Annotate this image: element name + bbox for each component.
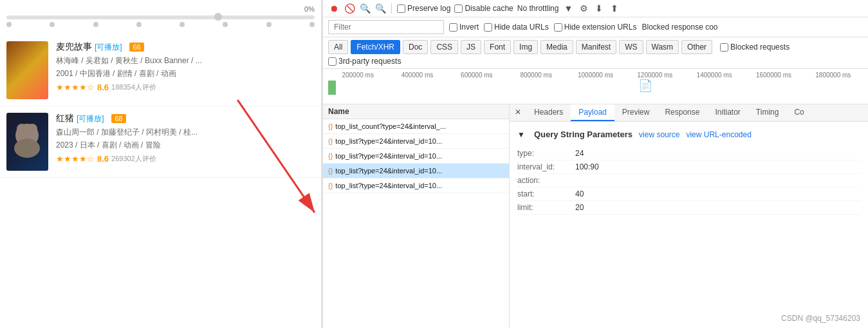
detail-tabs: ✕ Headers Payload Preview Response Initi… — [510, 104, 868, 122]
movie-rating: ★★★★☆ 8.6 188354人评价 — [56, 82, 315, 92]
timeline-label: 200000 ms — [328, 72, 387, 79]
section-header: ▼ Query String Parameters view source vi… — [517, 127, 860, 142]
filter-wasm-button[interactable]: Wasm — [646, 40, 679, 54]
timeline-label: 600000 ms — [447, 72, 506, 79]
clear-icon[interactable]: 🚫 — [344, 3, 355, 14]
svg-point-1 — [17, 124, 27, 134]
param-key: type: — [517, 149, 575, 158]
third-party-checkbox[interactable]: 3rd-party requests — [328, 57, 401, 66]
close-detail-button[interactable]: ✕ — [510, 104, 526, 121]
tab-headers[interactable]: Headers — [526, 104, 571, 121]
section-toggle-icon: ▼ — [517, 130, 525, 139]
table-row[interactable]: {} top_list_count?type=24&interval_... — [323, 119, 509, 134]
svg-point-3 — [14, 139, 40, 158]
filter-ws-button[interactable]: WS — [619, 40, 643, 54]
movie-stars: ★★★★☆ — [56, 154, 95, 164]
progress-dot — [136, 22, 142, 27]
section-title: Query String Parameters — [534, 130, 633, 139]
table-row[interactable]: {} top_list?type=24&interval_id=10... — [323, 178, 509, 193]
timeline-label: 400000 ms — [387, 72, 447, 79]
timeline-label: 1800000 ms — [804, 72, 863, 79]
progress-dots — [6, 19, 315, 30]
movie-title-text: 红猪 — [56, 113, 74, 123]
movie-rating: ★★★★☆ 8.6 269302人评价 — [56, 154, 315, 164]
filter-row: Invert Hide data URLs Hide extension URL… — [323, 17, 868, 37]
request-list: Name {} top_list_count?type=24&interval_… — [323, 104, 510, 328]
timeline-label: 1000000 ms — [566, 72, 625, 79]
import-icon[interactable]: ⬆ — [609, 3, 620, 14]
view-source-link[interactable]: view source — [639, 130, 679, 139]
filter-doc-button[interactable]: Doc — [403, 40, 428, 54]
filter-css-button[interactable]: CSS — [430, 40, 458, 54]
filter-manifest-button[interactable]: Manifest — [576, 40, 616, 54]
timeline-area: 200000 ms 400000 ms 600000 ms 800000 ms … — [323, 69, 868, 104]
timeline-label: 1200000 ms — [625, 72, 685, 79]
timeline-label: 800000 ms — [506, 72, 566, 79]
request-type-icon: {} — [328, 182, 333, 189]
param-value: 24 — [575, 149, 584, 158]
filter-all-button[interactable]: All — [328, 40, 348, 54]
movie-poster — [6, 41, 48, 99]
movie-title-text: 麦兜故事 — [56, 41, 92, 52]
timeline-document-icon: 📄 — [638, 79, 652, 93]
tab-co[interactable]: Co — [786, 104, 811, 121]
filter-js-button[interactable]: JS — [461, 40, 481, 54]
hide-data-urls-checkbox[interactable]: Hide data URLs — [484, 23, 549, 32]
invert-checkbox[interactable]: Invert — [449, 23, 479, 32]
param-value: 20 — [575, 203, 584, 212]
download-icon[interactable]: ⬇ — [593, 3, 605, 14]
filter-icon[interactable]: 🔍 — [359, 3, 371, 14]
filter-fetch-xhr-button[interactable]: Fetch/XHR — [351, 40, 400, 54]
param-value: 100:90 — [575, 162, 599, 171]
param-key: action: — [517, 176, 575, 185]
param-value: 40 — [575, 189, 584, 198]
filter-other-button[interactable]: Other — [681, 40, 712, 54]
request-name: top_list?type=24&interval_id=10... — [335, 152, 442, 160]
request-type-icon: {} — [328, 122, 333, 130]
table-row[interactable]: {} top_list?type=24&interval_id=10... — [323, 134, 509, 149]
progress-dot — [93, 22, 98, 27]
request-list-header: Name — [323, 104, 509, 119]
record-icon[interactable]: ⏺ — [328, 3, 340, 14]
tab-preview[interactable]: Preview — [614, 104, 658, 121]
svg-point-2 — [27, 124, 37, 134]
tab-payload[interactable]: Payload — [571, 104, 614, 121]
blocked-requests-checkbox[interactable]: Blocked requests — [720, 43, 790, 52]
movie-rating-count: 269302人评价 — [111, 154, 156, 164]
filter-img-button[interactable]: Img — [513, 40, 538, 54]
table-row[interactable]: {} top_list?type=24&interval_id=10... — [323, 149, 509, 164]
timeline-bars: 📄 — [328, 79, 863, 98]
param-row: interval_id: 100:90 — [517, 160, 860, 174]
tab-response[interactable]: Response — [657, 104, 707, 121]
movie-meta: 2023 / 日本 / 喜剧 / 动画 / 冒险 — [56, 140, 315, 151]
progress-dot — [50, 22, 55, 27]
table-row[interactable]: {} top_list?type=24&interval_id=10... — [323, 164, 509, 178]
param-row: start: 40 — [517, 188, 860, 201]
tab-initiator[interactable]: Initiator — [707, 104, 748, 121]
movie-meta: 2001 / 中国香港 / 剧情 / 喜剧 / 动画 — [56, 68, 315, 79]
progress-area: 0% — [0, 0, 321, 35]
watermark: CSDN @qq_57346203 — [781, 314, 860, 323]
filter-media-button[interactable]: Media — [540, 40, 573, 54]
progress-dot — [309, 22, 315, 27]
movie-title: 麦兜故事 [可播放] 66 — [56, 41, 315, 53]
list-item[interactable]: 麦兜故事 [可播放] 66 林海峰 / 吴君如 / 黄秋生 / Buxx Ban… — [0, 35, 321, 106]
disable-cache-checkbox[interactable]: Disable cache — [454, 4, 513, 13]
list-item[interactable]: 红猪 [可播放] 68 森山周一郎 / 加藤登纪子 / 冈村明美 / 桂... … — [0, 106, 321, 178]
type-filter-row: All Fetch/XHR Doc CSS JS Font Img Media … — [323, 37, 868, 69]
main-content: Name {} top_list_count?type=24&interval_… — [323, 104, 868, 328]
settings-icon[interactable]: ⚙ — [578, 3, 589, 14]
throttling-dropdown-icon[interactable]: ▼ — [562, 3, 574, 14]
request-type-icon: {} — [328, 152, 333, 160]
movie-cast: 森山周一郎 / 加藤登纪子 / 冈村明美 / 桂... — [56, 127, 315, 138]
movie-rating-num: 8.6 — [97, 154, 109, 164]
filter-input[interactable] — [328, 20, 444, 34]
filter-font-button[interactable]: Font — [484, 40, 511, 54]
blocked-response-label: Blocked response coo — [642, 23, 717, 32]
hide-extension-urls-checkbox[interactable]: Hide extension URLs — [554, 23, 637, 32]
search-icon[interactable]: 🔍 — [374, 3, 386, 14]
view-url-encoded-link[interactable]: view URL-encoded — [686, 130, 751, 139]
preserve-log-checkbox[interactable]: Preserve log — [397, 4, 450, 13]
tab-timing[interactable]: Timing — [748, 104, 787, 121]
param-row: action: — [517, 174, 860, 188]
